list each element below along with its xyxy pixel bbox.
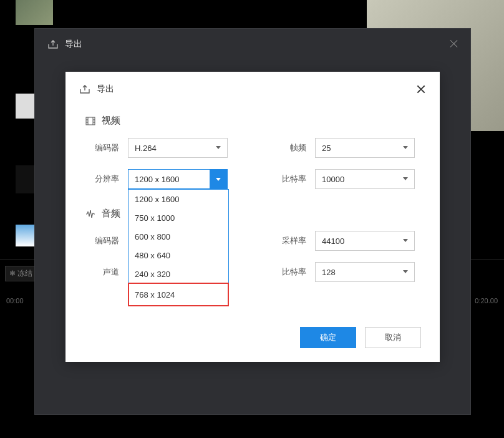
timeline-tick: 00:00	[6, 297, 24, 304]
video-bitrate-value: 10000	[322, 175, 344, 184]
export-icon	[79, 84, 90, 94]
resolution-option[interactable]: 240 x 320	[128, 265, 228, 283]
chevron-down-icon	[216, 146, 221, 151]
timeline-tick: 0:20.00	[475, 297, 498, 304]
video-bitrate-label: 比特率	[278, 173, 315, 185]
audio-samplerate-value: 44100	[322, 236, 344, 246]
chevron-down-icon	[403, 239, 408, 244]
media-thumbnail[interactable]	[16, 0, 53, 25]
video-fps-value: 25	[322, 144, 331, 153]
video-encoder-label: 编码器	[85, 142, 128, 153]
chevron-down-icon	[403, 146, 408, 151]
audio-bitrate-select[interactable]: 128	[315, 262, 415, 282]
video-resolution-select[interactable]: 1200 x 1600 1200 x 1600 750 x 1000 600 x…	[128, 169, 228, 189]
close-icon[interactable]	[448, 37, 460, 50]
video-encoder-value: H.264	[135, 144, 157, 153]
video-resolution-label: 分辨率	[85, 173, 128, 185]
video-section-header: 视频	[85, 115, 420, 127]
chevron-down-icon	[403, 177, 408, 182]
waveform-icon	[85, 209, 95, 219]
video-bitrate-select[interactable]: 10000	[315, 169, 415, 189]
close-icon[interactable]	[415, 83, 427, 95]
audio-bitrate-value: 128	[322, 268, 336, 277]
video-fps-select[interactable]: 25	[315, 138, 415, 158]
video-section-title: 视频	[102, 115, 120, 127]
audio-encoder-label: 编码器	[85, 235, 128, 246]
inner-modal-title: 导出	[97, 84, 114, 95]
video-encoder-select[interactable]: H.264	[128, 138, 228, 158]
ok-button[interactable]: 确定	[300, 327, 356, 348]
audio-channel-label: 声道	[85, 266, 128, 278]
resolution-option-highlighted[interactable]: 768 x 1024	[128, 283, 228, 306]
outer-modal-titlebar: 导出	[35, 29, 470, 60]
chevron-down-icon	[403, 270, 408, 275]
cancel-button[interactable]: 取消	[365, 327, 421, 348]
outer-modal-title: 导出	[65, 39, 82, 50]
audio-bitrate-label: 比特率	[278, 266, 315, 278]
export-modal-inner: 导出 视频 编码器 H.264 帧频 25	[65, 72, 440, 362]
resolution-option[interactable]: 1200 x 1600	[128, 190, 228, 208]
chevron-down-icon	[210, 170, 227, 188]
video-fps-label: 帧频	[278, 142, 315, 153]
audio-samplerate-select[interactable]: 44100	[315, 231, 415, 251]
audio-samplerate-label: 采样率	[278, 235, 315, 246]
svg-rect-0	[86, 117, 95, 125]
resolution-option[interactable]: 480 x 640	[128, 246, 228, 265]
inner-modal-titlebar: 导出	[65, 72, 440, 106]
freeze-frame-button[interactable]: ❄ 冻结	[5, 266, 37, 281]
export-icon	[47, 39, 59, 49]
video-resolution-value: 1200 x 1600	[135, 175, 180, 184]
video-resolution-dropdown: 1200 x 1600 750 x 1000 600 x 800 480 x 6…	[128, 189, 229, 306]
film-icon	[85, 116, 95, 126]
audio-section-title: 音频	[102, 208, 120, 220]
resolution-option[interactable]: 750 x 1000	[128, 208, 228, 227]
resolution-option[interactable]: 600 x 800	[128, 227, 228, 246]
